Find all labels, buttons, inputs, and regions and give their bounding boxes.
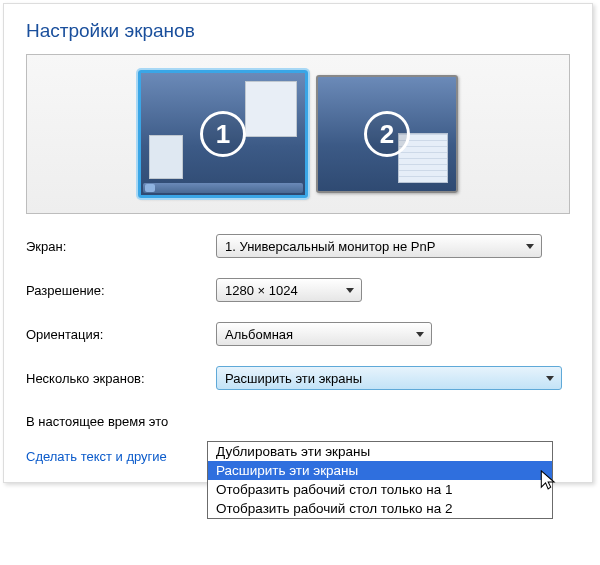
display-settings-panel: Настройки экранов 1 2 Экран: 1. Универса…	[3, 3, 593, 483]
option-only-1[interactable]: Отобразить рабочий стол только на 1	[208, 480, 552, 499]
row-orientation: Ориентация: Альбомная	[26, 322, 570, 346]
row-multiple: Несколько экранов: Расширить эти экраны	[26, 366, 570, 390]
label-resolution: Разрешение:	[26, 283, 216, 298]
monitor-1[interactable]: 1	[138, 70, 308, 198]
multiple-displays-value: Расширить эти экраны	[225, 371, 362, 386]
orientation-select[interactable]: Альбомная	[216, 322, 432, 346]
monitor-1-taskbar	[143, 183, 303, 193]
row-display: Экран: 1. Универсальный монитор не PnP	[26, 234, 570, 258]
label-display: Экран:	[26, 239, 216, 254]
multiple-displays-select[interactable]: Расширить эти экраны	[216, 366, 562, 390]
resolution-select-value: 1280 × 1024	[225, 283, 298, 298]
row-resolution: Разрешение: 1280 × 1024	[26, 278, 570, 302]
orientation-select-value: Альбомная	[225, 327, 293, 342]
monitor-2-number: 2	[364, 111, 410, 157]
label-orientation: Ориентация:	[26, 327, 216, 342]
resolution-select[interactable]: 1280 × 1024	[216, 278, 362, 302]
monitor-2[interactable]: 2	[316, 75, 458, 193]
display-select[interactable]: 1. Универсальный монитор не PnP	[216, 234, 542, 258]
option-only-2[interactable]: Отобразить рабочий стол только на 2	[208, 499, 552, 518]
option-extend[interactable]: Расширить эти экраны	[208, 461, 552, 480]
multiple-displays-dropdown[interactable]: Дублировать эти экраны Расширить эти экр…	[207, 441, 553, 519]
monitor-arrangement-box[interactable]: 1 2	[26, 54, 570, 214]
display-select-value: 1. Универсальный монитор не PnP	[225, 239, 435, 254]
page-title: Настройки экранов	[26, 20, 570, 42]
primary-display-note: В настоящее время это	[26, 414, 570, 429]
monitor-1-number: 1	[200, 111, 246, 157]
label-multiple: Несколько экранов:	[26, 371, 216, 386]
option-duplicate[interactable]: Дублировать эти экраны	[208, 442, 552, 461]
